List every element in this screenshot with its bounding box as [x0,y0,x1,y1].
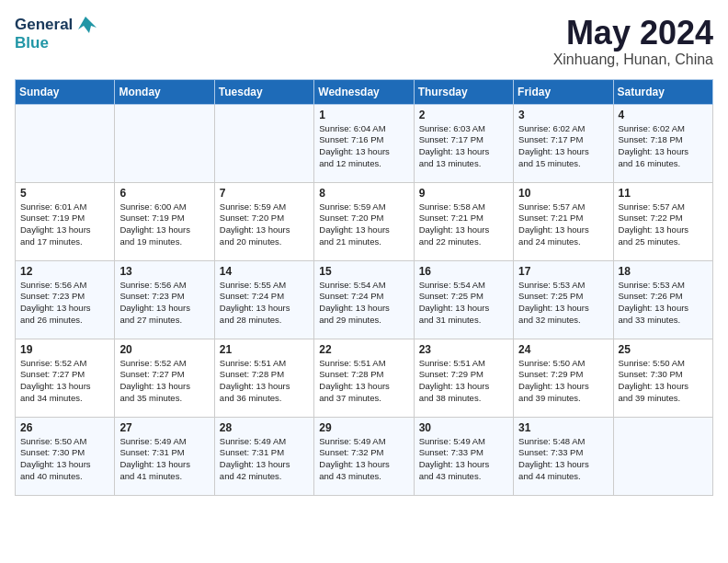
day-cell: 20Sunrise: 5:52 AM Sunset: 7:27 PM Dayli… [115,339,214,417]
day-number: 16 [419,265,509,278]
day-number: 28 [220,421,310,434]
day-number: 17 [518,265,609,278]
day-number: 27 [119,421,210,434]
day-number: 11 [619,187,709,200]
day-number: 24 [518,343,609,356]
day-cell: 6Sunrise: 6:00 AM Sunset: 7:19 PM Daylig… [115,182,214,260]
day-cell: 17Sunrise: 5:53 AM Sunset: 7:25 PM Dayli… [514,260,613,339]
day-info: Sunrise: 5:52 AM Sunset: 7:27 PM Dayligh… [119,358,210,405]
day-cell: 21Sunrise: 5:51 AM Sunset: 7:28 PM Dayli… [214,339,313,417]
day-info: Sunrise: 5:53 AM Sunset: 7:26 PM Dayligh… [619,280,709,327]
week-row-2: 5Sunrise: 6:01 AM Sunset: 7:19 PM Daylig… [16,182,713,260]
week-row-3: 12Sunrise: 5:56 AM Sunset: 7:23 PM Dayli… [16,260,713,339]
header-cell-saturday: Saturday [613,79,712,104]
day-number: 4 [619,109,709,121]
day-info: Sunrise: 5:56 AM Sunset: 7:23 PM Dayligh… [119,280,210,327]
day-cell: 29Sunrise: 5:49 AM Sunset: 7:32 PM Dayli… [314,417,414,495]
day-info: Sunrise: 6:04 AM Sunset: 7:16 PM Dayligh… [319,123,409,170]
day-info: Sunrise: 5:56 AM Sunset: 7:23 PM Dayligh… [20,280,110,327]
day-cell: 27Sunrise: 5:49 AM Sunset: 7:31 PM Dayli… [115,417,214,495]
day-cell: 2Sunrise: 6:03 AM Sunset: 7:17 PM Daylig… [414,104,513,182]
day-cell: 19Sunrise: 5:52 AM Sunset: 7:27 PM Dayli… [16,339,115,417]
day-info: Sunrise: 5:51 AM Sunset: 7:29 PM Dayligh… [419,358,509,405]
day-number: 30 [419,421,509,434]
day-number: 21 [220,343,310,356]
day-number: 8 [319,187,409,200]
day-number: 15 [319,265,409,278]
day-info: Sunrise: 5:50 AM Sunset: 7:30 PM Dayligh… [619,358,709,405]
day-info: Sunrise: 5:52 AM Sunset: 7:27 PM Dayligh… [20,358,110,405]
day-info: Sunrise: 6:03 AM Sunset: 7:17 PM Dayligh… [419,123,509,170]
logo-icon [74,15,97,35]
day-info: Sunrise: 5:54 AM Sunset: 7:25 PM Dayligh… [419,280,509,327]
day-info: Sunrise: 5:48 AM Sunset: 7:33 PM Dayligh… [518,436,609,483]
day-number: 12 [20,265,110,278]
header-cell-sunday: Sunday [16,79,115,104]
day-number: 7 [220,187,310,200]
week-row-5: 26Sunrise: 5:50 AM Sunset: 7:30 PM Dayli… [16,417,713,495]
day-number: 10 [518,187,609,200]
day-cell: 4Sunrise: 6:02 AM Sunset: 7:18 PM Daylig… [613,104,712,182]
day-cell: 31Sunrise: 5:48 AM Sunset: 7:33 PM Dayli… [514,417,613,495]
day-cell [613,417,712,495]
day-info: Sunrise: 5:57 AM Sunset: 7:22 PM Dayligh… [619,201,709,248]
day-number: 18 [619,265,709,278]
day-number: 6 [119,187,210,200]
month-title: May 2024 [553,15,713,52]
day-number: 23 [419,343,509,356]
week-row-4: 19Sunrise: 5:52 AM Sunset: 7:27 PM Dayli… [16,339,713,417]
day-cell: 12Sunrise: 5:56 AM Sunset: 7:23 PM Dayli… [16,260,115,339]
day-cell: 7Sunrise: 5:59 AM Sunset: 7:20 PM Daylig… [214,182,313,260]
day-cell: 13Sunrise: 5:56 AM Sunset: 7:23 PM Dayli… [115,260,214,339]
day-cell: 1Sunrise: 6:04 AM Sunset: 7:16 PM Daylig… [314,104,414,182]
day-info: Sunrise: 5:59 AM Sunset: 7:20 PM Dayligh… [220,201,310,248]
day-cell: 25Sunrise: 5:50 AM Sunset: 7:30 PM Dayli… [613,339,712,417]
header-cell-tuesday: Tuesday [214,79,313,104]
day-number: 19 [20,343,110,356]
day-info: Sunrise: 5:58 AM Sunset: 7:21 PM Dayligh… [419,201,509,248]
page-header: General Blue May 2024 Xinhuang, Hunan, C… [15,15,713,68]
day-number: 13 [119,265,210,278]
day-number: 20 [119,343,210,356]
day-cell: 28Sunrise: 5:49 AM Sunset: 7:31 PM Dayli… [214,417,313,495]
day-cell [16,104,115,182]
day-info: Sunrise: 6:02 AM Sunset: 7:18 PM Dayligh… [619,123,709,170]
day-cell: 3Sunrise: 6:02 AM Sunset: 7:17 PM Daylig… [514,104,613,182]
day-number: 5 [20,187,110,200]
day-info: Sunrise: 5:54 AM Sunset: 7:24 PM Dayligh… [319,280,409,327]
day-info: Sunrise: 5:49 AM Sunset: 7:33 PM Dayligh… [419,436,509,483]
week-row-1: 1Sunrise: 6:04 AM Sunset: 7:16 PM Daylig… [16,104,713,182]
day-cell [115,104,214,182]
day-number: 9 [419,187,509,200]
day-number: 26 [20,421,110,434]
logo-text: General [15,17,73,34]
day-info: Sunrise: 5:51 AM Sunset: 7:28 PM Dayligh… [319,358,409,405]
day-info: Sunrise: 5:50 AM Sunset: 7:30 PM Dayligh… [20,436,110,483]
day-number: 2 [419,109,509,121]
logo: General Blue [15,15,97,51]
day-cell: 16Sunrise: 5:54 AM Sunset: 7:25 PM Dayli… [414,260,513,339]
day-info: Sunrise: 5:51 AM Sunset: 7:28 PM Dayligh… [220,358,310,405]
day-cell: 11Sunrise: 5:57 AM Sunset: 7:22 PM Dayli… [613,182,712,260]
title-block: May 2024 Xinhuang, Hunan, China [553,15,713,68]
day-info: Sunrise: 5:50 AM Sunset: 7:29 PM Dayligh… [518,358,609,405]
header-cell-wednesday: Wednesday [314,79,414,104]
day-cell: 8Sunrise: 5:59 AM Sunset: 7:20 PM Daylig… [314,182,414,260]
day-info: Sunrise: 5:59 AM Sunset: 7:20 PM Dayligh… [319,201,409,248]
day-cell: 9Sunrise: 5:58 AM Sunset: 7:21 PM Daylig… [414,182,513,260]
day-info: Sunrise: 6:01 AM Sunset: 7:19 PM Dayligh… [20,201,110,248]
header-cell-friday: Friday [514,79,613,104]
day-cell: 15Sunrise: 5:54 AM Sunset: 7:24 PM Dayli… [314,260,414,339]
day-cell: 14Sunrise: 5:55 AM Sunset: 7:24 PM Dayli… [214,260,313,339]
day-number: 14 [220,265,310,278]
svg-marker-0 [78,17,97,33]
day-cell: 22Sunrise: 5:51 AM Sunset: 7:28 PM Dayli… [314,339,414,417]
day-info: Sunrise: 5:55 AM Sunset: 7:24 PM Dayligh… [220,280,310,327]
day-number: 3 [518,109,609,121]
day-cell: 26Sunrise: 5:50 AM Sunset: 7:30 PM Dayli… [16,417,115,495]
day-info: Sunrise: 5:57 AM Sunset: 7:21 PM Dayligh… [518,201,609,248]
day-info: Sunrise: 6:02 AM Sunset: 7:17 PM Dayligh… [518,123,609,170]
day-cell: 5Sunrise: 6:01 AM Sunset: 7:19 PM Daylig… [16,182,115,260]
calendar-table: SundayMondayTuesdayWednesdayThursdayFrid… [15,79,713,496]
location: Xinhuang, Hunan, China [553,52,713,68]
